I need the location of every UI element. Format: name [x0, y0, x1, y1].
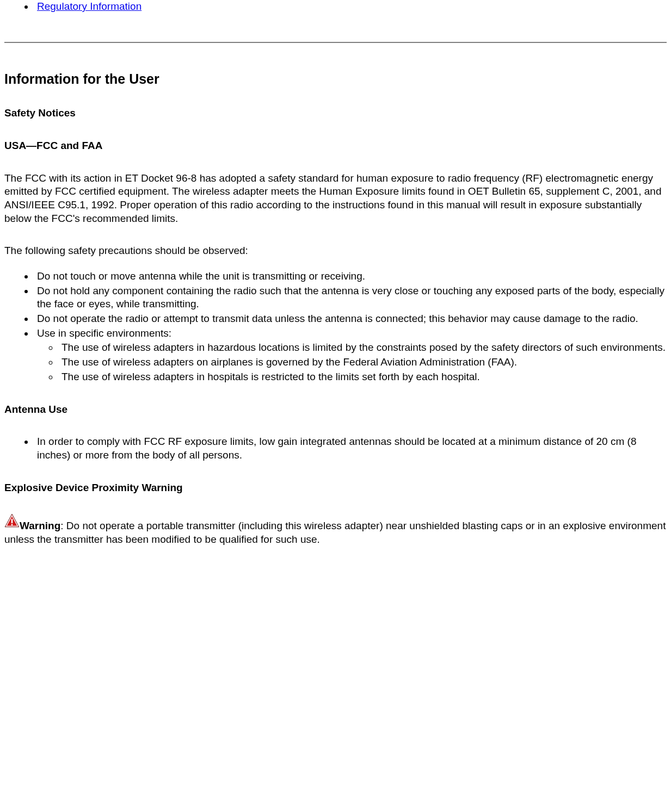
safety-notices-heading: Safety Notices	[4, 107, 667, 120]
list-item: In order to comply with FCC RF exposure …	[34, 435, 667, 462]
list-item-text: Use in specific environments:	[37, 327, 171, 339]
warning-text: : Do not operate a portable transmitter …	[4, 520, 666, 545]
list-item: Do not hold any component containing the…	[34, 284, 667, 311]
regulatory-information-link[interactable]: Regulatory Information	[37, 1, 141, 12]
explosive-warning-paragraph: Warning: Do not operate a portable trans…	[4, 513, 667, 546]
usa-fcc-faa-heading: USA—FCC and FAA	[4, 139, 667, 153]
list-item: The use of wireless adapters in hazardou…	[59, 341, 667, 355]
list-item: Do not touch or move antenna while the u…	[34, 270, 667, 283]
section-divider	[4, 42, 667, 43]
page-title: Information for the User	[4, 70, 667, 88]
top-link-item: Regulatory Information	[34, 0, 667, 14]
safety-precautions-list: Do not touch or move antenna while the u…	[4, 270, 667, 384]
list-item: The use of wireless adapters on airplane…	[59, 356, 667, 369]
usa-para-2: The following safety precautions should …	[4, 244, 667, 258]
usa-para-1: The FCC with its action in ET Docket 96-…	[4, 172, 667, 226]
environments-sublist: The use of wireless adapters in hazardou…	[37, 341, 667, 383]
antenna-use-list: In order to comply with FCC RF exposure …	[4, 435, 667, 462]
warning-icon	[4, 513, 20, 531]
explosive-warning-heading: Explosive Device Proximity Warning	[4, 481, 667, 495]
svg-rect-3	[11, 524, 13, 526]
top-link-list: Regulatory Information	[4, 0, 667, 14]
warning-label: Warning	[20, 520, 60, 531]
list-item: Use in specific environments: The use of…	[34, 327, 667, 384]
list-item: The use of wireless adapters in hospital…	[59, 370, 667, 384]
svg-rect-2	[11, 519, 13, 523]
antenna-use-heading: Antenna Use	[4, 403, 667, 417]
list-item: Do not operate the radio or attempt to t…	[34, 312, 667, 326]
